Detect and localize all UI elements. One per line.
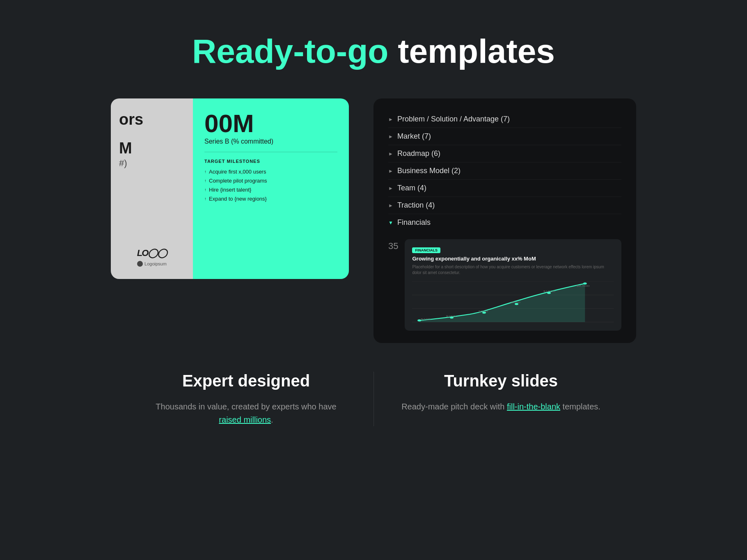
milestone-text-3: Hire {insert talent} [209,187,251,193]
milestones-heading: TARGET MILESTONES [204,159,337,164]
left-slide-background: ors M #) LO◯◯ Logoipsum [111,98,193,279]
milestone-text-2: Complete pilot programs [209,178,267,184]
right-template-card: ► Problem / Solution / Advantage (7) ► M… [374,98,636,343]
series-amount: 00M [204,111,337,136]
milestone-arrow-icon-4: ↑ [204,197,206,201]
nav-item-problem[interactable]: ► Problem / Solution / Advantage (7) [388,111,621,128]
nav-arrow-icon-financials-open: ▼ [388,220,393,226]
bottom-col-expert: Expert designed Thousands in value, crea… [127,372,365,426]
card-divider [204,152,337,152]
turnkey-slides-title: Turnkey slides [399,372,604,390]
nav-arrow-icon-traction: ► [388,203,393,208]
bottom-col-turnkey: Turnkey slides Ready-made pitch deck wit… [382,372,620,426]
nav-item-roadmap[interactable]: ► Roadmap (6) [388,145,621,162]
logoipsum-label: Logoipsum [144,261,167,266]
milestone-1: ↑ Acquire first x,000 users [204,169,337,175]
growth-chart: $100 $250 $500 $800 $1500 $2,500 2022A 2… [412,281,614,322]
turnkey-slides-text: Ready-made pitch deck with fill-in-the-b… [399,400,604,413]
nav-label-traction: Traction (4) [397,201,435,210]
chart-badge: Financials [412,247,440,253]
left-template-card: ors M #) LO◯◯ Logoipsum 00M Series B (% … [111,98,349,279]
nav-label-financials: Financials [397,218,431,227]
milestone-4: ↑ Expand to {new regions} [204,196,337,202]
nav-label-market: Market (7) [397,132,431,141]
partial-text-hash: #) [119,158,127,169]
svg-text:$500: $500 [479,310,488,313]
milestone-2: ↑ Complete pilot programs [204,178,337,184]
expert-designed-text: Thousands in value, created by experts w… [144,400,349,426]
nav-item-traction[interactable]: ► Traction (4) [388,197,621,214]
turnkey-text-after: templates. [560,402,600,411]
nav-arrow-icon-market: ► [388,134,393,139]
svg-text:$1500: $1500 [543,290,556,293]
slide-nav-list: ► Problem / Solution / Advantage (7) ► M… [388,111,621,231]
series-label: Series B (% committed) [204,138,337,145]
turnkey-text-before: Ready-made pitch deck with [401,402,507,411]
loqo-logo: LO◯◯ [137,248,167,258]
nav-arrow-icon: ► [388,117,393,122]
svg-text:$100: $100 [421,318,431,320]
financials-expanded-section: 35 Financials Growing exponentially and … [388,239,621,331]
nav-item-financials[interactable]: ▼ Financials [388,214,621,231]
nav-label-problem: Problem / Solution / Advantage (7) [397,115,510,123]
nav-label-roadmap: Roadmap (6) [397,149,440,158]
green-card: 00M Series B (% committed) TARGET MILEST… [193,98,349,279]
cards-row: ors M #) LO◯◯ Logoipsum 00M Series B (% … [86,98,661,343]
nav-arrow-icon-roadmap: ► [388,151,393,157]
nav-item-team[interactable]: ► Team (4) [388,180,621,197]
milestone-text-1: Acquire first x,000 users [209,169,266,175]
svg-text:$250: $250 [446,315,456,318]
chart-subtitle: Placeholder for a short description of h… [412,264,614,276]
expert-text-after: . [271,415,273,424]
raised-millions-link[interactable]: raised millions [219,415,271,424]
bottom-features-row: Expert designed Thousands in value, crea… [86,372,661,426]
page-title: Ready-to-go templates [192,33,555,70]
expert-text-before: Thousands in value, created by experts w… [156,402,336,411]
nav-label-team: Team (4) [397,184,426,192]
milestone-arrow-icon-2: ↑ [204,178,206,183]
financials-number: 35 [388,239,398,251]
svg-text:$2,500: $2,500 [577,284,590,287]
partial-text-ors: ors [119,111,143,128]
logoipsum: Logoipsum [137,261,167,267]
nav-item-business[interactable]: ► Business Model (2) [388,162,621,180]
milestone-text-4: Expand to {new regions} [209,196,267,202]
nav-label-business: Business Model (2) [397,167,461,175]
column-divider [374,372,374,426]
title-highlight: Ready-to-go [192,32,388,70]
partial-text-m: M [119,139,132,157]
financials-chart-card: Financials Growing exponentially and org… [405,239,621,331]
milestone-arrow-icon-3: ↑ [204,187,206,192]
chart-title: Growing exponentially and organically xx… [412,256,614,263]
nav-item-market[interactable]: ► Market (7) [388,128,621,145]
svg-text:$800: $800 [511,301,521,304]
fill-in-the-blank-link[interactable]: fill-in-the-blank [507,402,560,411]
milestone-arrow-icon: ↑ [204,169,206,174]
title-normal: templates [388,32,555,70]
nav-arrow-icon-business: ► [388,168,393,174]
nav-arrow-icon-team: ► [388,185,393,191]
expert-designed-title: Expert designed [144,372,349,390]
milestone-3: ↑ Hire {insert talent} [204,187,337,193]
